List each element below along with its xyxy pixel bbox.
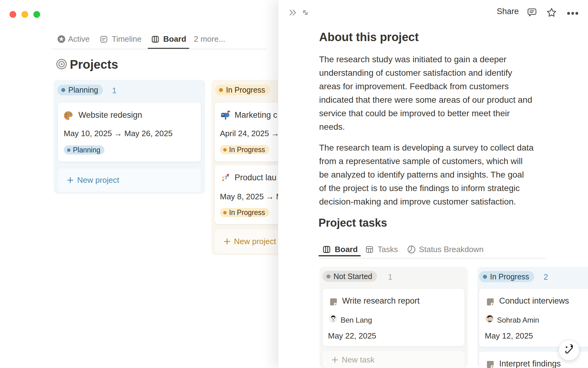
comments-icon[interactable]: [527, 7, 537, 19]
card-date-range: May 10, 2025 → May 26, 2025: [64, 129, 173, 138]
tab-board[interactable]: Board: [163, 34, 186, 44]
column-status-badge[interactable]: Planning: [57, 85, 103, 95]
doc-paragraph-1: The research study was initiated to gain…: [319, 53, 570, 134]
doc-heading-about: About this project: [319, 31, 419, 44]
card-assignee: Ben Lang: [341, 316, 372, 324]
status-dot-icon: [67, 148, 70, 152]
timeline-view-icon: [100, 35, 108, 45]
card-title: Write research report: [342, 296, 420, 306]
task-card-write-research-report[interactable]: Write research report Ben Lang May 22, 2…: [322, 288, 465, 347]
note-icon: [486, 360, 495, 368]
status-dot-icon: [483, 275, 487, 279]
side-peek-panel: Share About this project The research st…: [278, 0, 588, 368]
task-card-conduct-interviews[interactable]: Conduct interviews Sohrab Amin May 12, 2…: [479, 288, 588, 347]
project-card-website-redesign[interactable]: Website redesign May 10, 2025 → May 26, …: [58, 102, 201, 162]
share-button[interactable]: Share: [497, 7, 519, 16]
close-window-button[interactable]: [9, 11, 16, 18]
avatar-ben-lang: [329, 314, 337, 323]
palette-icon: [63, 110, 74, 122]
ai-face-icon: [563, 343, 575, 357]
status-dot-icon: [223, 148, 227, 151]
mailbox-icon: [220, 110, 231, 122]
zoom-window-button[interactable]: [33, 11, 40, 18]
task-column-not-started: Not Started 1 Write research report Ben …: [319, 267, 468, 368]
more-options-button[interactable]: [567, 12, 578, 15]
card-date: May 22, 2025: [328, 331, 376, 341]
status-dot-icon: [61, 88, 65, 92]
new-project-button[interactable]: New project: [58, 168, 201, 192]
card-title: Product lau: [235, 173, 277, 182]
expand-page-icon[interactable]: [301, 8, 310, 18]
column-status-badge[interactable]: In Progress: [479, 271, 534, 282]
status-dot-icon: [326, 274, 330, 278]
avatar-sohrab-amin: [485, 314, 494, 323]
bullseye-page-icon[interactable]: [56, 58, 67, 71]
rocket-icon: [220, 173, 231, 184]
card-title: Website redesign: [78, 110, 142, 120]
column-count: 1: [112, 86, 116, 95]
note-icon: [486, 297, 495, 308]
tasks-table-icon: [365, 245, 374, 255]
tab-more[interactable]: 2 more...: [194, 34, 225, 44]
card-date: May 12, 2025: [485, 331, 533, 341]
minimize-window-button[interactable]: [21, 11, 28, 18]
active-tab-underline: [318, 255, 361, 256]
tab-tasks[interactable]: Tasks: [378, 245, 398, 254]
column-count: 2: [544, 272, 548, 282]
plus-icon: [331, 356, 339, 364]
column-count: 1: [388, 272, 392, 282]
status-dot-icon: [219, 88, 223, 92]
favorite-star-icon[interactable]: [546, 7, 557, 19]
card-date-range: May 8, 2025 → Ma: [220, 192, 287, 201]
doc-paragraph-2: The research team is developing a survey…: [319, 141, 570, 209]
card-status-badge: In Progress: [220, 208, 269, 217]
card-status-badge: In Progress: [220, 145, 269, 154]
card-title: Interpret findings: [499, 359, 561, 368]
active-view-star-icon: [57, 35, 66, 44]
column-status-badge[interactable]: In Progress: [215, 85, 270, 95]
board-column-planning: Planning 1 Website redesign May 10, 2025…: [54, 80, 205, 194]
status-breakdown-chart-icon: [407, 245, 416, 255]
plus-icon: [223, 238, 231, 245]
notion-window: Active Timeline Board 2 more... Projects…: [0, 0, 588, 368]
card-title: Marketing c: [235, 110, 277, 120]
card-title: Conduct interviews: [499, 296, 569, 306]
plus-icon: [66, 176, 74, 184]
board-view-icon: [151, 35, 160, 45]
close-peek-chevrons-icon[interactable]: [288, 8, 297, 18]
page-title: Projects: [70, 58, 118, 71]
tab-board[interactable]: Board: [335, 245, 358, 254]
board-view-icon: [322, 245, 331, 255]
tab-active[interactable]: Active: [68, 34, 90, 44]
tabs-divider: [318, 258, 546, 259]
card-status-badge: Planning: [64, 145, 104, 155]
doc-heading-project-tasks: Project tasks: [318, 217, 387, 229]
tab-timeline[interactable]: Timeline: [112, 34, 141, 44]
note-icon: [329, 297, 338, 308]
notion-ai-button[interactable]: [559, 340, 579, 361]
status-dot-icon: [223, 211, 227, 214]
card-assignee: Sohrab Amin: [497, 316, 539, 324]
tabs-divider: [51, 49, 267, 49]
new-task-button[interactable]: New task: [322, 351, 465, 368]
tab-status-breakdown[interactable]: Status Breakdown: [419, 245, 484, 254]
column-status-badge[interactable]: Not Started: [322, 271, 377, 282]
